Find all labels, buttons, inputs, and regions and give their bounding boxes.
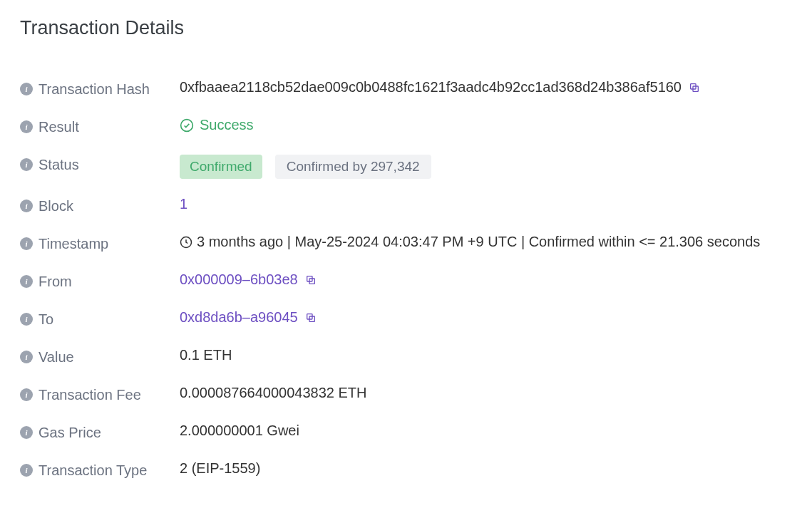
page-title: Transaction Details	[20, 17, 792, 39]
value-to[interactable]: 0xd8da6b–a96045	[180, 309, 298, 326]
row-gasprice: i Gas Price 2.000000001 Gwei	[20, 423, 792, 443]
info-icon[interactable]: i	[20, 275, 33, 288]
copy-icon[interactable]	[305, 312, 317, 323]
row-hash: i Transaction Hash 0xfbaaea2118cb52dae00…	[20, 79, 792, 100]
row-fee: i Transaction Fee 0.000087664000043832 E…	[20, 385, 792, 405]
copy-icon[interactable]	[305, 274, 317, 286]
copy-icon[interactable]	[689, 82, 700, 93]
label-timestamp: Timestamp	[38, 234, 108, 254]
label-gasprice: Gas Price	[38, 423, 101, 443]
label-block: Block	[38, 196, 73, 217]
info-icon[interactable]: i	[20, 388, 33, 401]
info-icon[interactable]: i	[20, 200, 33, 212]
clock-icon	[180, 236, 192, 249]
info-icon[interactable]: i	[20, 158, 33, 171]
result-success: Success	[180, 117, 254, 133]
label-from: From	[38, 271, 72, 292]
info-icon[interactable]: i	[20, 351, 33, 363]
transaction-details: i Transaction Hash 0xfbaaea2118cb52dae00…	[20, 79, 792, 481]
value-block[interactable]: 1	[180, 196, 187, 212]
check-circle-icon	[180, 118, 194, 133]
row-from: i From 0x000009–6b03e8	[20, 271, 792, 292]
value-hash: 0xfbaaea2118cb52dae009c0b0488fc1621f3aad…	[180, 79, 682, 95]
value-gasprice: 2.000000001 Gwei	[180, 423, 299, 439]
value-amount: 0.1 ETH	[180, 347, 232, 363]
info-icon[interactable]: i	[20, 120, 33, 133]
info-icon[interactable]: i	[20, 313, 33, 326]
row-value: i Value 0.1 ETH	[20, 347, 792, 368]
row-status: i Status Confirmed Confirmed by 297,342	[20, 155, 792, 179]
info-icon[interactable]: i	[20, 83, 33, 95]
value-txtype: 2 (EIP-1559)	[180, 460, 260, 477]
svg-point-2	[181, 119, 193, 131]
info-icon[interactable]: i	[20, 426, 33, 439]
row-block: i Block 1	[20, 196, 792, 217]
label-hash: Transaction Hash	[38, 79, 150, 100]
value-fee: 0.000087664000043832 ETH	[180, 385, 366, 401]
label-txtype: Transaction Type	[38, 460, 147, 481]
label-fee: Transaction Fee	[38, 385, 141, 405]
status-badge-confirmedby: Confirmed by 297,342	[275, 155, 431, 179]
label-result: Result	[38, 117, 79, 138]
row-txtype: i Transaction Type 2 (EIP-1559)	[20, 460, 792, 481]
value-timestamp: 3 months ago | May-25-2024 04:03:47 PM +…	[197, 234, 760, 250]
info-icon[interactable]: i	[20, 464, 33, 477]
label-to: To	[38, 309, 53, 330]
result-text: Success	[200, 117, 254, 133]
info-icon[interactable]: i	[20, 237, 33, 250]
row-result: i Result Success	[20, 117, 792, 138]
value-from[interactable]: 0x000009–6b03e8	[180, 271, 298, 288]
row-timestamp: i Timestamp 3 months ago | May-25-2024 0…	[20, 234, 792, 254]
status-badge-confirmed: Confirmed	[180, 155, 262, 179]
label-value: Value	[38, 347, 74, 368]
label-status: Status	[38, 155, 79, 175]
row-to: i To 0xd8da6b–a96045	[20, 309, 792, 330]
